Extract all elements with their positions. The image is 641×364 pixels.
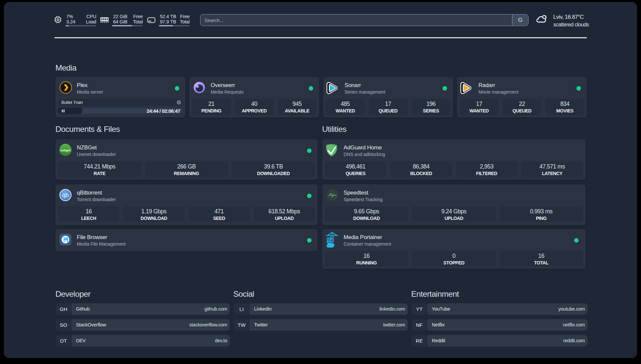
svg-text:nzbget: nzbget (60, 148, 71, 152)
svg-text:qb: qb (62, 192, 69, 198)
